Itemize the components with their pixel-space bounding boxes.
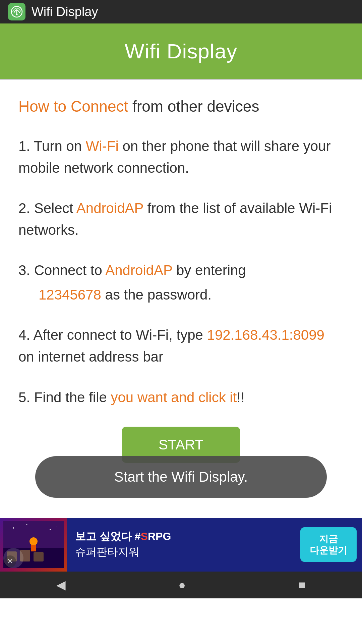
header-bar: Wifi Display bbox=[0, 23, 362, 79]
svg-point-10 bbox=[26, 524, 27, 525]
instruction-3: 3. Connect to AndroidAP by entering 1234… bbox=[18, 259, 344, 306]
ad-cta-line2: 다운받기 bbox=[310, 545, 347, 556]
step-2-before: Select bbox=[30, 200, 76, 216]
svg-rect-4 bbox=[7, 551, 17, 561]
instruction-5: 5. Find the file you want and click it!! bbox=[18, 386, 344, 408]
toast-message: Start the Wifi Display. bbox=[35, 456, 327, 498]
ad-subtext: 슈퍼판타지워 bbox=[75, 545, 292, 559]
step-2-number: 2. bbox=[18, 200, 30, 216]
heading-dark: from other devices bbox=[128, 98, 259, 115]
heading-orange: How to Connect bbox=[18, 98, 128, 115]
step-5-before: Find the file bbox=[30, 389, 111, 405]
ad-banner[interactable]: ✕ 보고 싶었다 #SRPG 슈퍼판타지워 지금 다운받기 bbox=[0, 518, 362, 572]
status-bar: Wifi Display bbox=[0, 0, 362, 23]
svg-point-9 bbox=[13, 527, 14, 529]
svg-point-7 bbox=[29, 537, 38, 545]
step-3-number: 3. bbox=[18, 262, 30, 278]
svg-point-12 bbox=[57, 526, 57, 527]
step-3-password: 12345678 bbox=[39, 287, 101, 303]
svg-point-1 bbox=[16, 14, 18, 15]
step-4-after: on internet address bar bbox=[18, 349, 163, 365]
svg-rect-6 bbox=[34, 552, 44, 561]
ad-thumbnail: ✕ bbox=[0, 518, 67, 572]
step-3-after: by entering bbox=[172, 262, 246, 278]
instruction-4: 4. After connect to Wi-Fi, type 192.168.… bbox=[18, 324, 344, 368]
step-1-highlight: Wi-Fi bbox=[86, 138, 119, 154]
ad-cta-line1: 지금 bbox=[310, 533, 347, 545]
button-wrapper: START Start the Wifi Display. bbox=[18, 427, 344, 498]
step-3-before: Connect to bbox=[30, 262, 105, 278]
step-5-highlight: you want and click it bbox=[111, 389, 237, 405]
status-bar-title: Wifi Display bbox=[32, 5, 98, 19]
bottom-nav: ◀ ● ■ bbox=[0, 572, 362, 598]
header-title: Wifi Display bbox=[125, 39, 237, 63]
step-3-password-suffix: as the password. bbox=[101, 287, 212, 303]
ad-tagline: 보고 싶었다 #SRPG bbox=[75, 530, 292, 544]
main-content: How to Connect from other devices 1. Tur… bbox=[0, 80, 362, 518]
step-5-after: !! bbox=[237, 389, 244, 405]
ad-text-section: 보고 싶었다 #SRPG 슈퍼판타지워 bbox=[67, 530, 300, 560]
step-2-highlight: AndroidAP bbox=[76, 200, 143, 216]
how-to-connect-heading: How to Connect from other devices bbox=[18, 97, 344, 117]
step-3-password-line: 12345678 as the password. bbox=[18, 284, 344, 306]
step-1-number: 1. bbox=[18, 138, 30, 154]
instruction-1: 1. Turn on Wi-Fi on ther phone that will… bbox=[18, 135, 344, 179]
step-4-highlight: 192.168.43.1:8099 bbox=[207, 327, 324, 343]
svg-rect-5 bbox=[20, 550, 30, 561]
step-4-before: After connect to Wi-Fi, type bbox=[30, 327, 207, 343]
step-4-number: 4. bbox=[18, 327, 30, 343]
step-5-number: 5. bbox=[18, 389, 30, 405]
ad-srpg-s: S bbox=[141, 530, 148, 542]
step-1-before: Turn on bbox=[30, 138, 86, 154]
back-button[interactable]: ◀ bbox=[56, 578, 66, 592]
recent-button[interactable]: ■ bbox=[298, 578, 306, 592]
home-button[interactable]: ● bbox=[178, 578, 186, 592]
ad-cta-button[interactable]: 지금 다운받기 bbox=[300, 527, 357, 562]
svg-rect-8 bbox=[31, 545, 36, 551]
svg-point-11 bbox=[50, 529, 51, 530]
ad-thumbnail-inner bbox=[0, 518, 67, 572]
step-3-highlight: AndroidAP bbox=[105, 262, 172, 278]
app-icon bbox=[8, 3, 25, 20]
ad-close-icon[interactable]: ✕ bbox=[4, 555, 16, 568]
instruction-2: 2. Select AndroidAP from the list of ava… bbox=[18, 197, 344, 241]
